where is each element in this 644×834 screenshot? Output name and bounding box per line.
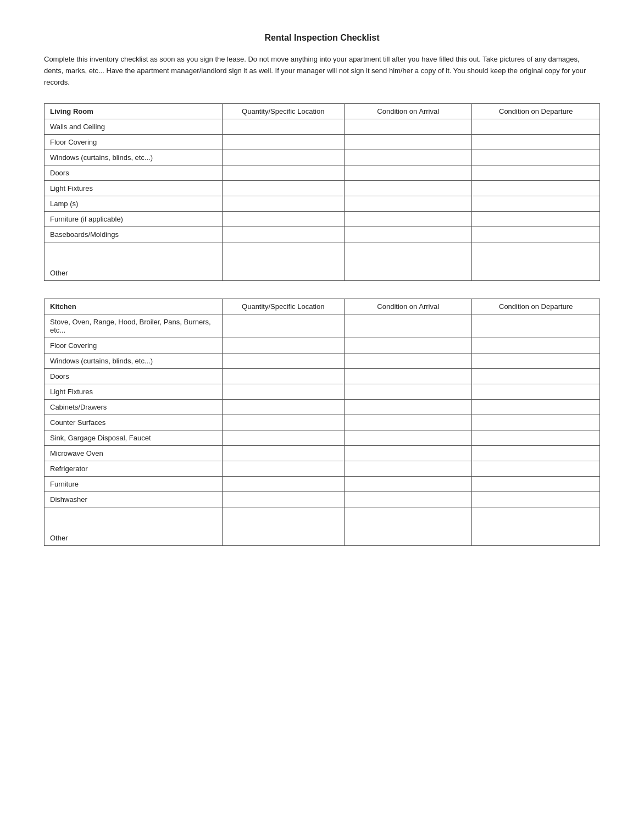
list-item: Other — [45, 507, 223, 546]
table-row: Lamp (s) — [45, 196, 600, 212]
table-row: Doors — [45, 369, 600, 384]
list-item: Light Fixtures — [45, 181, 223, 196]
departure-header-lr: Condition on Departure — [472, 104, 600, 119]
list-item: Light Fixtures — [45, 384, 223, 400]
list-item: Doors — [45, 165, 223, 181]
kitchen-header: Kitchen — [45, 299, 223, 314]
arrival-header-k: Condition on Arrival — [344, 299, 472, 314]
living-room-table: Living Room Quantity/Specific Location C… — [44, 103, 600, 281]
table-row: Furniture — [45, 477, 600, 492]
list-item: Microwave Oven — [45, 446, 223, 461]
kitchen-table: Kitchen Quantity/Specific Location Condi… — [44, 299, 600, 546]
list-item: Sink, Gargage Disposal, Faucet — [45, 430, 223, 446]
table-row: Walls and Ceiling — [45, 119, 600, 135]
table-row: Baseboards/Moldings — [45, 227, 600, 242]
list-item: Cabinets/Drawers — [45, 400, 223, 415]
list-item: Refrigerator — [45, 461, 223, 477]
list-item: Walls and Ceiling — [45, 119, 223, 135]
table-row: Furniture (if applicable) — [45, 212, 600, 227]
table-row: Windows (curtains, blinds, etc...) — [45, 150, 600, 165]
table-row: Microwave Oven — [45, 446, 600, 461]
list-item: Furniture — [45, 477, 223, 492]
departure-header-k: Condition on Departure — [472, 299, 600, 314]
table-row: Dishwasher — [45, 492, 600, 507]
table-row: Cabinets/Drawers — [45, 400, 600, 415]
list-item: Floor Covering — [45, 135, 223, 150]
living-room-header: Living Room — [45, 104, 223, 119]
table-row: Floor Covering — [45, 135, 600, 150]
list-item: Lamp (s) — [45, 196, 223, 212]
table-row: Light Fixtures — [45, 384, 600, 400]
list-item: Windows (curtains, blinds, etc...) — [45, 354, 223, 369]
list-item: Baseboards/Moldings — [45, 227, 223, 242]
qty-header-lr: Quantity/Specific Location — [222, 104, 344, 119]
table-row: Counter Surfaces — [45, 415, 600, 430]
list-item: Floor Covering — [45, 338, 223, 354]
page-title: Rental Inspection Checklist — [44, 33, 600, 43]
table-row: Sink, Gargage Disposal, Faucet — [45, 430, 600, 446]
table-row: Other — [45, 507, 600, 546]
table-row: Other — [45, 242, 600, 281]
table-row: Light Fixtures — [45, 181, 600, 196]
list-item: Furniture (if applicable) — [45, 212, 223, 227]
qty-header-k: Quantity/Specific Location — [222, 299, 344, 314]
list-item: Dishwasher — [45, 492, 223, 507]
list-item: Other — [45, 242, 223, 281]
list-item: Counter Surfaces — [45, 415, 223, 430]
arrival-header-lr: Condition on Arrival — [344, 104, 472, 119]
table-row: Stove, Oven, Range, Hood, Broiler, Pans,… — [45, 314, 600, 338]
intro-text: Complete this inventory checklist as soo… — [44, 54, 600, 88]
list-item: Windows (curtains, blinds, etc...) — [45, 150, 223, 165]
table-row: Windows (curtains, blinds, etc...) — [45, 354, 600, 369]
table-row: Doors — [45, 165, 600, 181]
table-row: Floor Covering — [45, 338, 600, 354]
list-item: Stove, Oven, Range, Hood, Broiler, Pans,… — [45, 314, 223, 338]
table-row: Refrigerator — [45, 461, 600, 477]
list-item: Doors — [45, 369, 223, 384]
